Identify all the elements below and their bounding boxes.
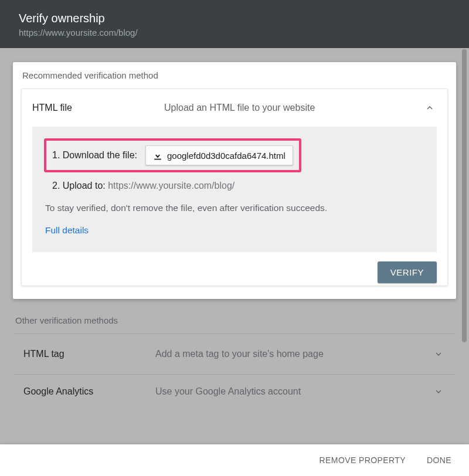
other-methods-list: HTML tag Add a meta tag to your site's h… — [14, 334, 455, 399]
verify-row: VERIFY — [22, 252, 447, 285]
verify-button[interactable]: VERIFY — [378, 261, 437, 283]
chevron-up-icon — [423, 101, 437, 115]
html-file-method-panel: HTML file Upload an HTML file to your we… — [21, 89, 448, 286]
other-methods-section: Other verification methods HTML tag Add … — [13, 315, 456, 399]
step-2-prefix: 2. Upload to: — [52, 181, 108, 191]
verification-note: To stay verified, don't remove the file,… — [44, 202, 425, 225]
property-url: https://www.yoursite.com/blog/ — [19, 28, 450, 38]
chevron-down-icon — [431, 347, 446, 361]
method-name: Google Analytics — [23, 386, 155, 397]
dialog-footer: REMOVE PROPERTY DONE — [0, 444, 469, 476]
step-1-label: 1. Download the file: — [52, 150, 137, 161]
method-name: HTML file — [32, 103, 164, 113]
step-2: 2. Upload to: https://www.yoursite.com/b… — [44, 178, 425, 202]
remove-property-button[interactable]: REMOVE PROPERTY — [316, 451, 409, 470]
download-icon — [152, 149, 164, 161]
recommended-section-label: Recommended verification method — [21, 70, 448, 80]
method-html-tag[interactable]: HTML tag Add a meta tag to your site's h… — [14, 334, 455, 375]
method-description: Use your Google Analytics account — [155, 386, 431, 397]
chevron-down-icon — [431, 385, 446, 399]
scrollbar-thumb[interactable] — [462, 49, 467, 342]
download-step-highlight: 1. Download the file: googlefd0d3d0cafda… — [44, 138, 301, 172]
method-google-analytics[interactable]: Google Analytics Use your Google Analyti… — [14, 375, 455, 399]
method-description: Upload an HTML file to your website — [164, 103, 423, 113]
full-details-link[interactable]: Full details — [44, 225, 90, 235]
dialog-title: Verify ownership — [19, 12, 450, 25]
dialog-body: Recommended verification method HTML fil… — [0, 48, 469, 444]
download-file-button[interactable]: googlefd0d3d0cafda6474.html — [145, 145, 293, 165]
dialog-header: Verify ownership https://www.yoursite.co… — [0, 0, 469, 48]
done-button[interactable]: DONE — [423, 451, 455, 470]
other-methods-label: Other verification methods — [14, 315, 455, 325]
download-filename: googlefd0d3d0cafda6474.html — [167, 151, 286, 161]
method-description: Add a meta tag to your site's home page — [155, 349, 431, 359]
html-file-method-body: 1. Download the file: googlefd0d3d0cafda… — [32, 127, 437, 252]
step-2-url: https://www.yoursite.com/blog/ — [108, 181, 235, 191]
html-file-method-header[interactable]: HTML file Upload an HTML file to your we… — [22, 89, 447, 127]
method-name: HTML tag — [23, 349, 155, 359]
recommended-method-card: Recommended verification method HTML fil… — [13, 62, 456, 299]
